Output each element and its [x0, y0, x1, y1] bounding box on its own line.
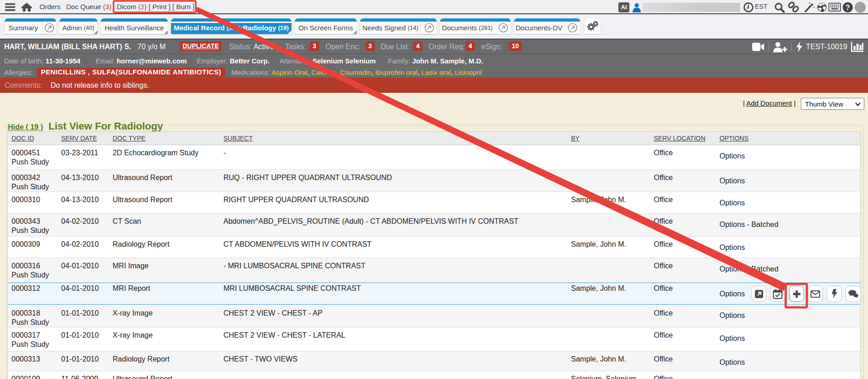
svg-text:?: ? — [845, 4, 850, 11]
